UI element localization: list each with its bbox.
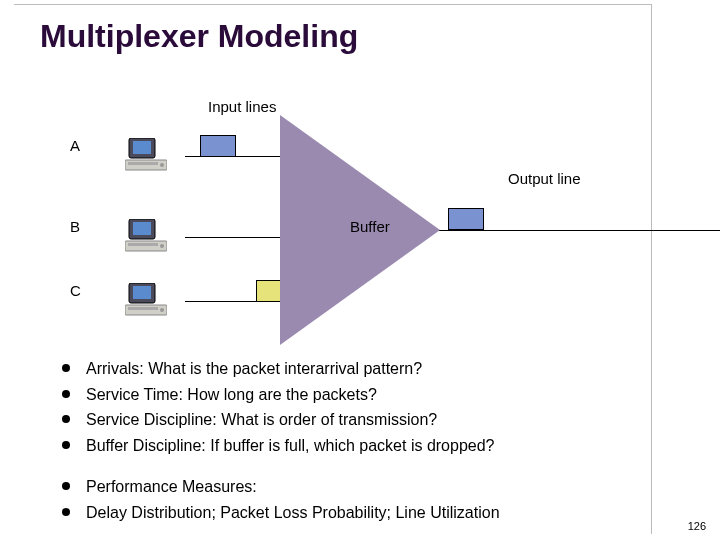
list-item: Service Discipline: What is order of tra… — [62, 409, 500, 431]
output-line — [432, 230, 720, 231]
list-item: Delay Distribution; Packet Loss Probabil… — [62, 502, 500, 524]
output-line-label: Output line — [508, 170, 581, 187]
bullet-list: Arrivals: What is the packet interarriva… — [62, 358, 500, 528]
packet-output — [448, 208, 484, 230]
buffer-label: Buffer — [350, 218, 390, 235]
svg-point-4 — [160, 163, 164, 167]
svg-rect-3 — [128, 162, 158, 165]
list-item: Arrivals: What is the packet interarriva… — [62, 358, 500, 380]
list-item: Buffer Discipline: If buffer is full, wh… — [62, 435, 500, 457]
page-number: 126 — [688, 520, 706, 532]
svg-rect-8 — [128, 243, 158, 246]
svg-point-9 — [160, 244, 164, 248]
packet-a — [200, 135, 236, 157]
svg-rect-6 — [133, 222, 151, 235]
list-item: Performance Measures: — [62, 476, 500, 498]
computer-icon-a — [125, 138, 167, 176]
source-label-b: B — [70, 218, 80, 235]
svg-rect-11 — [133, 286, 151, 299]
source-label-c: C — [70, 282, 81, 299]
svg-rect-1 — [133, 141, 151, 154]
svg-rect-13 — [128, 307, 158, 310]
slide-title: Multiplexer Modeling — [40, 18, 358, 55]
svg-point-14 — [160, 308, 164, 312]
computer-icon-b — [125, 219, 167, 257]
input-lines-label: Input lines — [208, 98, 276, 115]
computer-icon-c — [125, 283, 167, 321]
list-item: Service Time: How long are the packets? — [62, 384, 500, 406]
source-label-a: A — [70, 137, 80, 154]
